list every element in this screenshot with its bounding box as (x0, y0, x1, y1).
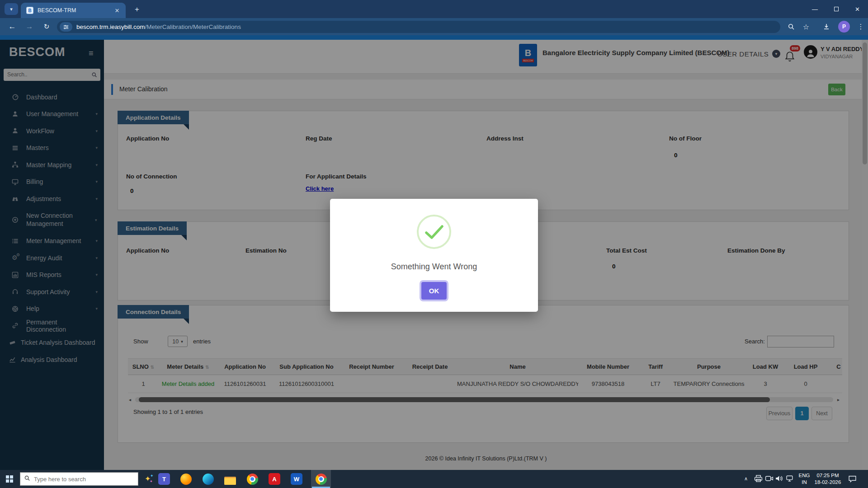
taskbar-time: 07:25 PM (816, 473, 839, 478)
browser-profile-avatar[interactable]: P (837, 18, 851, 35)
tab-close-icon[interactable]: ✕ (113, 6, 121, 14)
taskbar-search-input[interactable] (34, 476, 129, 483)
window-minimize-button[interactable]: — (804, 0, 826, 18)
taskbar-app-chrome-active[interactable] (315, 473, 327, 485)
taskbar-app-teams[interactable]: T (158, 473, 170, 485)
modal-message: Something Went Wrong (391, 262, 477, 272)
tab-search-button[interactable]: ▾ (5, 3, 18, 15)
chevron-down-icon: ▾ (10, 6, 13, 12)
success-check-icon (416, 214, 452, 251)
maximize-icon (834, 7, 839, 11)
printer-icon[interactable] (754, 474, 763, 484)
site-permissions-icon[interactable] (60, 22, 72, 32)
tray-expand-icon[interactable]: ∧ (744, 476, 748, 482)
refresh-button[interactable]: ↻ (41, 18, 52, 35)
bookmark-star-icon[interactable]: ☆ (800, 18, 812, 35)
action-center-icon[interactable] (848, 475, 857, 484)
back-navigation-button[interactable]: ← (6, 18, 18, 35)
tab-bar: ▾ B BESCOM-TRM ✕ + — ✕ (0, 0, 868, 18)
language-indicator[interactable]: ENG IN (797, 472, 811, 486)
browser-chrome: ▾ B BESCOM-TRM ✕ + — ✕ ← → ↻ bescom.trm.… (0, 0, 868, 35)
url-bar[interactable]: bescom.trm.ieasybill.com/MeterCalibratio… (57, 21, 780, 33)
camera-icon[interactable] (765, 474, 774, 484)
search-icon[interactable] (785, 18, 797, 35)
speaker-icon[interactable] (775, 474, 783, 484)
window-maximize-button[interactable] (826, 0, 847, 18)
browser-tab[interactable]: B BESCOM-TRM ✕ (21, 3, 126, 18)
screen: ▾ B BESCOM-TRM ✕ + — ✕ ← → ↻ bescom.trm.… (0, 0, 868, 488)
taskbar-search[interactable] (20, 472, 138, 486)
copilot-sparkle-icon[interactable]: ✦✦✦ (144, 474, 156, 485)
search-icon (24, 475, 30, 483)
taskbar-app-acrobat[interactable]: A (269, 473, 280, 485)
url-domain: bescom.trm.ieasybill.com (76, 23, 145, 30)
tab-title: BESCOM-TRM (38, 7, 113, 14)
new-tab-button[interactable]: + (132, 5, 142, 14)
browser-navbar: ← → ↻ bescom.trm.ieasybill.com/MeterCali… (0, 18, 868, 35)
taskbar-date: 18-02-2026 (815, 479, 841, 485)
network-icon[interactable] (786, 474, 794, 484)
site-favicon-icon: B (26, 7, 33, 14)
forward-navigation-button[interactable]: → (24, 18, 35, 35)
taskbar-app-edge[interactable] (202, 473, 214, 485)
taskbar-app-firefox[interactable] (180, 473, 192, 485)
taskbar-app-word[interactable]: W (291, 473, 302, 485)
taskbar-app-chrome[interactable] (246, 473, 258, 485)
browser-menu-icon[interactable]: ⋮ (856, 18, 865, 35)
app-viewport: BESCOM ≡ Dashboard User Management▾ (0, 35, 868, 470)
downloads-icon[interactable] (821, 18, 832, 35)
url-path: /MeterCalibration/MeterCalibrations (145, 23, 241, 30)
alert-modal: Something Went Wrong OK (330, 199, 538, 312)
clock[interactable]: 07:25 PM 18-02-2026 (813, 472, 843, 486)
ok-button[interactable]: OK (421, 282, 447, 300)
taskbar-app-file-explorer[interactable] (224, 474, 236, 486)
start-button[interactable] (6, 475, 13, 483)
window-close-button[interactable]: ✕ (847, 0, 868, 18)
taskbar: ✦✦✦ T A W ∧ ENG IN 07:25 PM 18-02-2026 (0, 470, 868, 488)
